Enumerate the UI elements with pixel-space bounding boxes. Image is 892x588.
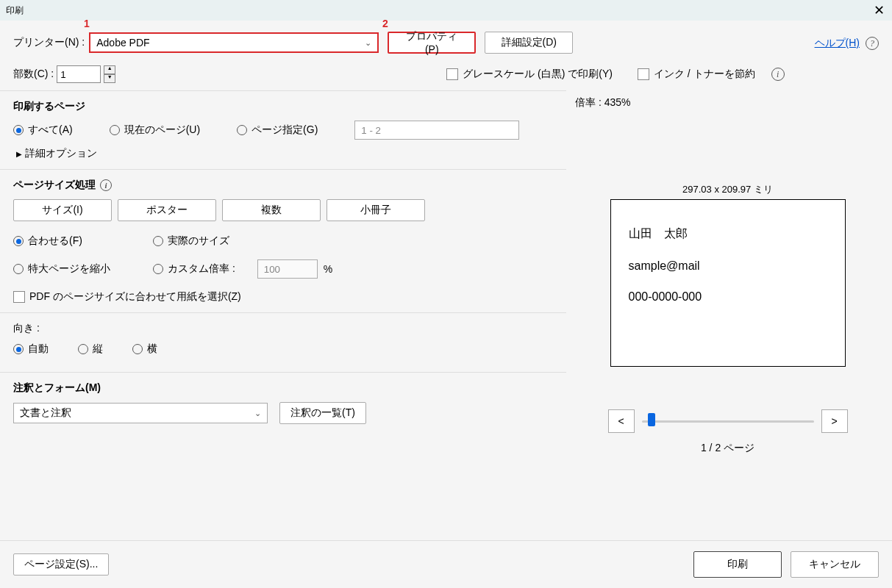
footer: ページ設定(S)... 印刷 キャンセル (0, 540, 892, 588)
dimensions-label: 297.03 x 209.97 ミリ (575, 183, 880, 196)
printer-select[interactable]: Adobe PDF ⌄ (89, 32, 379, 53)
zoom-label: 倍率 : 435% (575, 96, 880, 110)
poster-tab-button[interactable]: ポスター (118, 199, 216, 221)
triangle-right-icon: ▶ (16, 150, 22, 158)
radio-fit[interactable] (13, 236, 24, 246)
slider-thumb[interactable] (648, 413, 655, 426)
window-title: 印刷 (6, 4, 24, 17)
close-icon[interactable]: ✕ (874, 2, 885, 18)
radio-portrait[interactable] (78, 344, 88, 354)
choose-paper-label: PDF のページサイズに合わせて用紙を選択(Z) (29, 290, 241, 304)
info-icon[interactable]: ? (866, 37, 879, 50)
annotations-list-button[interactable]: 注釈の一覧(T) (279, 402, 366, 424)
preview-page: 山田 太郎 sample@mail 000-0000-000 (610, 199, 846, 367)
copies-label: 部数(C) : (13, 68, 54, 81)
annotations-value: 文書と注釈 (20, 406, 71, 420)
preview-pane: 倍率 : 435% 297.03 x 209.97 ミリ 山田 太郎 sampl… (566, 90, 892, 455)
copies-down-button[interactable]: ▼ (104, 74, 115, 83)
titlebar: 印刷 ✕ (0, 0, 892, 21)
radio-auto-label: 自動 (28, 343, 49, 356)
page-range-input[interactable] (354, 121, 519, 140)
radio-all[interactable] (13, 125, 24, 135)
page-setup-button[interactable]: ページ設定(S)... (13, 553, 109, 576)
annotations-title: 注釈とフォーム(M) (13, 381, 553, 395)
radio-actual-label: 実際のサイズ (168, 234, 229, 248)
custom-scale-input[interactable] (257, 259, 318, 279)
multi-tab-button[interactable]: 複数 (222, 199, 321, 221)
radio-landscape[interactable] (132, 344, 143, 354)
next-page-button[interactable]: > (821, 409, 848, 433)
page-indicator: 1 / 2 ページ (575, 442, 880, 455)
advanced-settings-button[interactable]: 詳細設定(D) (485, 32, 573, 54)
radio-actual[interactable] (153, 236, 163, 246)
properties-button[interactable]: プロパティ(P) (388, 32, 476, 54)
radio-all-label: すべて(A) (28, 123, 73, 137)
size-title: ページサイズ処理 (13, 179, 96, 192)
page-slider[interactable] (642, 409, 814, 433)
radio-portrait-label: 縦 (93, 343, 103, 356)
more-options-toggle[interactable]: ▶ 詳細オプション (16, 147, 553, 160)
booklet-tab-button[interactable]: 小冊子 (327, 199, 425, 221)
grayscale-label: グレースケール (白黒) で印刷(Y) (463, 68, 613, 81)
info-icon-ink[interactable]: i (771, 68, 785, 81)
info-icon-size[interactable]: i (100, 179, 112, 191)
radio-range[interactable] (237, 125, 247, 135)
radio-shrink-label: 特大ページを縮小 (28, 262, 110, 276)
preview-phone: 000-0000-000 (629, 290, 827, 304)
annotations-section: 注釈とフォーム(M) 文書と注釈 ⌄ 注釈の一覧(T) (0, 372, 566, 433)
orientation-section: 向き : 自動 縦 横 (0, 312, 566, 372)
choose-paper-checkbox[interactable] (13, 291, 25, 303)
save-ink-checkbox[interactable] (638, 68, 649, 80)
chevron-down-icon: ⌄ (365, 38, 371, 48)
annotation-1: 1 (84, 18, 90, 29)
cancel-button[interactable]: キャンセル (791, 551, 879, 578)
annotations-select[interactable]: 文書と注釈 ⌄ (13, 403, 268, 423)
save-ink-label: インク / トナーを節約 (654, 68, 755, 81)
prev-page-button[interactable]: < (608, 409, 635, 433)
radio-custom-label: カスタム倍率 : (168, 262, 235, 276)
radio-auto[interactable] (13, 344, 24, 354)
copies-up-button[interactable]: ▲ (104, 65, 115, 74)
print-button[interactable]: 印刷 (693, 551, 782, 578)
help-link[interactable]: ヘルプ(H) (815, 37, 860, 50)
orientation-title: 向き : (13, 322, 553, 335)
size-tab-button[interactable]: サイズ(I) (13, 199, 112, 221)
radio-landscape-label: 横 (147, 343, 157, 356)
copies-input[interactable] (57, 65, 101, 83)
grayscale-checkbox[interactable] (446, 68, 458, 80)
preview-email: sample@mail (629, 259, 827, 273)
printer-value: Adobe PDF (96, 37, 149, 49)
radio-current[interactable] (110, 125, 120, 135)
radio-range-label: ページ指定(G) (251, 123, 318, 137)
radio-fit-label: 合わせる(F) (28, 234, 82, 248)
size-section: ページサイズ処理 i サイズ(I) ポスター 複数 小冊子 合わせる(F) 実際… (0, 169, 566, 312)
chevron-down-icon: ⌄ (254, 409, 261, 418)
percent-label: % (324, 263, 332, 275)
pages-section: 印刷するページ すべて(A) 現在のページ(U) ページ指定(G) ▶ 詳 (0, 90, 566, 169)
printer-label: プリンター(N) : (13, 36, 85, 49)
pages-title: 印刷するページ (13, 100, 553, 113)
radio-custom[interactable] (153, 264, 163, 274)
radio-shrink[interactable] (13, 264, 24, 274)
radio-current-label: 現在のページ(U) (124, 123, 200, 137)
top-area: 1 2 プリンター(N) : Adobe PDF ⌄ プロパティ(P) 詳細設定… (0, 21, 892, 90)
preview-name: 山田 太郎 (629, 226, 827, 242)
annotation-2: 2 (382, 18, 388, 29)
